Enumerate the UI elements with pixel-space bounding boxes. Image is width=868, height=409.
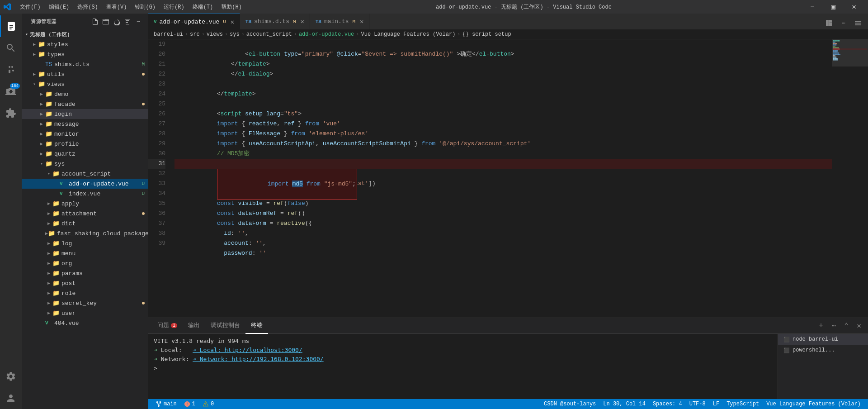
status-cursor-position[interactable]: Ln 30, Col 14 <box>599 399 649 409</box>
activity-explorer[interactable] <box>0 15 22 37</box>
panel-tab-debug-console[interactable]: 调试控制台 <box>205 318 245 334</box>
tree-item-org[interactable]: ▶ 📁 org <box>22 258 148 268</box>
tab-close-shims[interactable]: ✕ <box>299 18 306 25</box>
new-folder-button[interactable] <box>101 17 110 26</box>
panel-tab-output[interactable]: 输出 <box>183 318 205 334</box>
status-csdn[interactable]: CSDN @sout-lanys <box>540 399 599 409</box>
status-spaces[interactable]: Spaces: 4 <box>649 399 686 409</box>
terminal-line-vite: VITE v3.1.8 ready in 994 ms <box>154 337 772 346</box>
menu-file[interactable]: 文件(F) <box>16 2 44 12</box>
minimize-button[interactable]: − <box>802 0 823 14</box>
breadcrumb-barrel-ui[interactable]: barrel-ui <box>154 31 183 38</box>
status-volar[interactable]: Vue Language Features (Volar) <box>763 399 864 409</box>
menu-select[interactable]: 选择(S) <box>74 2 102 12</box>
activity-settings[interactable] <box>0 366 22 387</box>
code-lines[interactable]: <el-button type="primary" @click="$event… <box>171 39 832 318</box>
workspace-header[interactable]: ▾ 无标题 (工作区) <box>22 29 148 39</box>
tree-item-post[interactable]: ▶ 📁 post <box>22 278 148 288</box>
tree-item-login[interactable]: ▶ 📁 login <box>22 109 148 119</box>
activity-search[interactable] <box>0 37 22 59</box>
tab-actions: ⋯ <box>819 17 868 29</box>
new-file-button[interactable] <box>90 17 99 26</box>
status-encoding[interactable]: UTF-8 <box>686 399 709 409</box>
code-line-19: <el-button type="primary" @click="$event… <box>175 39 832 49</box>
panel-tab-terminal[interactable]: 终端 <box>245 318 268 334</box>
breadcrumb-script-setup[interactable]: {} script setup <box>462 31 511 38</box>
menu-help[interactable]: 帮助(H) <box>217 2 245 12</box>
panel-maximize-button[interactable]: ⌃ <box>841 320 852 331</box>
activity-scm[interactable] <box>0 59 22 81</box>
tree-item-account-script[interactable]: ▾ 📁 account_script <box>22 169 148 179</box>
status-language[interactable]: TypeScript <box>723 399 763 409</box>
status-warnings[interactable]: 0 <box>199 399 217 409</box>
terminal-more-button[interactable]: ⋯ <box>828 320 839 331</box>
tree-item-add-or-update[interactable]: ▶ V add-or-update.vue U <box>22 179 148 189</box>
breadcrumb-file[interactable]: add-or-update.vue <box>299 31 354 38</box>
more-options-button[interactable]: ⋯ <box>134 17 143 26</box>
tree-item-user[interactable]: ▶ 📁 user <box>22 308 148 318</box>
breadcrumb-views[interactable]: views <box>207 31 223 38</box>
tree-item-demo[interactable]: ▶ 📁 demo <box>22 89 148 99</box>
breadcrumb-sys[interactable]: sys <box>230 31 240 38</box>
restore-button[interactable]: ▣ <box>823 0 844 14</box>
split-editor-button[interactable] <box>823 17 835 29</box>
code-editor[interactable]: 19 20 21 22 23 24 25 26 27 28 29 30 31 3… <box>148 39 868 318</box>
tree-item-profile[interactable]: ▶ 📁 profile <box>22 139 148 149</box>
panel-close-button[interactable]: ✕ <box>854 320 864 331</box>
tree-item-menu[interactable]: ▶ 📁 menu <box>22 248 148 258</box>
menu-view[interactable]: 查看(V) <box>103 2 131 12</box>
breadcrumb-src[interactable]: src <box>190 31 200 38</box>
menu-run[interactable]: 运行(R) <box>160 2 188 12</box>
terminal-content[interactable]: VITE v3.1.8 ready in 994 ms ➜ Local: ➜ L… <box>148 334 778 399</box>
tree-item-index-vue[interactable]: ▶ V index.vue U <box>22 189 148 199</box>
tree-item-secret-key[interactable]: ▶ 📁 secret_key <box>22 298 148 308</box>
tree-item-facade[interactable]: ▶ 📁 facade <box>22 99 148 109</box>
tree-item-params[interactable]: ▶ 📁 params <box>22 268 148 278</box>
status-git-branch[interactable]: main <box>152 399 180 409</box>
tree-item-fast-shaking[interactable]: ▶ 📁 fast_shaking_cloud_package <box>22 228 148 238</box>
tree-item-views[interactable]: ▾ 📁 views <box>22 79 148 89</box>
tab-label-shims: shims.d.ts <box>254 18 289 25</box>
network-url-link[interactable]: ➜ Network: http://192.168.0.102:3000/ <box>193 356 324 362</box>
tree-item-message[interactable]: ▶ 📁 message <box>22 119 148 129</box>
close-button[interactable]: ✕ <box>844 0 864 14</box>
activity-account[interactable] <box>0 387 22 409</box>
panel-tab-problems[interactable]: 问题 1 <box>152 318 183 334</box>
tree-item-apply[interactable]: ▶ 📁 apply <box>22 199 148 209</box>
breadcrumb-volar[interactable]: Vue Language Features (Volar) <box>361 31 456 38</box>
tree-item-404[interactable]: ▶ V 404.vue <box>22 318 148 328</box>
tree-item-sys[interactable]: ▾ 📁 sys <box>22 159 148 169</box>
menu-goto[interactable]: 转到(G) <box>131 2 159 12</box>
activity-extensions[interactable] <box>0 102 22 124</box>
tree-item-attachment[interactable]: ▶ 📁 attachment <box>22 209 148 219</box>
customize-layout-button[interactable] <box>852 17 864 29</box>
status-line-ending[interactable]: LF <box>709 399 723 409</box>
tree-item-types[interactable]: ▶ 📁 types <box>22 49 148 59</box>
activity-debug[interactable]: 164 <box>0 81 22 102</box>
menu-terminal[interactable]: 终端(T) <box>189 2 217 12</box>
tree-item-utils[interactable]: ▶ 📁 utils <box>22 69 148 79</box>
tab-main[interactable]: TS main.ts M ✕ <box>310 14 369 29</box>
tab-close-add-or-update[interactable]: ✕ <box>229 18 236 25</box>
tree-item-dict[interactable]: ▶ 📁 dict <box>22 219 148 228</box>
refresh-explorer-button[interactable] <box>112 17 121 26</box>
menu-edit[interactable]: 编辑(E) <box>45 2 73 12</box>
tab-shims[interactable]: TS shims.d.ts M ✕ <box>240 14 310 29</box>
add-terminal-button[interactable]: + <box>816 320 826 331</box>
encoding-label: UTF-8 <box>689 401 706 407</box>
status-errors[interactable]: 1 <box>180 399 199 409</box>
tree-item-role[interactable]: ▶ 📁 role <box>22 288 148 298</box>
tree-item-log[interactable]: ▶ 📁 log <box>22 238 148 248</box>
tab-add-or-update[interactable]: V add-or-update.vue U ✕ <box>148 14 240 29</box>
more-tabs-button[interactable]: ⋯ <box>837 17 850 29</box>
local-url-link[interactable]: ➜ Local: http://localhost:3000/ <box>193 347 302 353</box>
terminal-item-powershell[interactable]: ⬛ powershell... <box>778 345 868 356</box>
collapse-all-button[interactable] <box>123 17 132 26</box>
tree-item-quartz[interactable]: ▶ 📁 quartz <box>22 149 148 159</box>
terminal-item-node[interactable]: ⬛ node barrel-ui <box>778 334 868 345</box>
tab-close-main[interactable]: ✕ <box>358 18 365 25</box>
tree-item-styles[interactable]: ▶ 📁 styles <box>22 39 148 49</box>
tree-item-shims[interactable]: ▶ TS shims.d.ts M <box>22 59 148 69</box>
tree-item-monitor[interactable]: ▶ 📁 monitor <box>22 129 148 139</box>
breadcrumb-account-script[interactable]: account_script <box>246 31 292 38</box>
